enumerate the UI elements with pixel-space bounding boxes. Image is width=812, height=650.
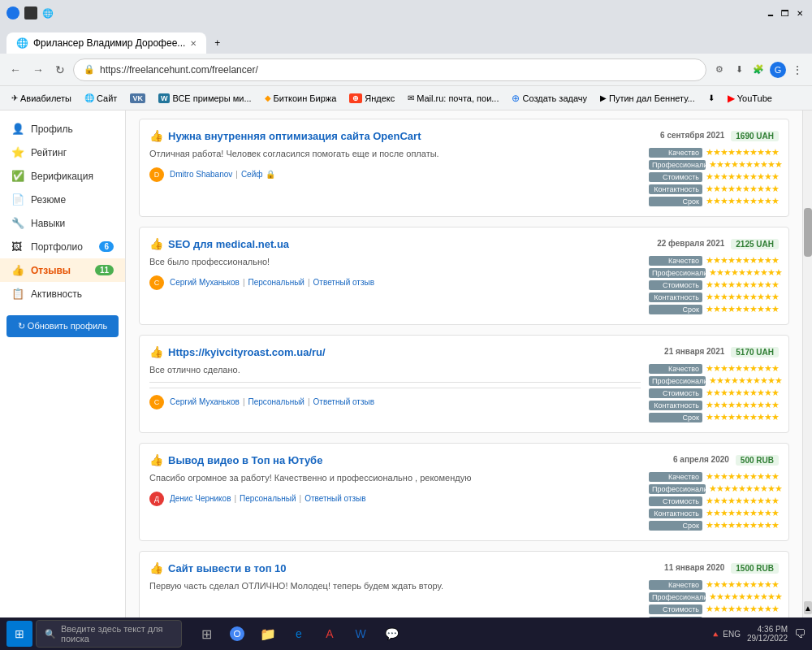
review-body: Отличная работа! Человек согласился помо…	[149, 147, 779, 206]
portfolio-icon: 🖼	[11, 240, 24, 253]
bookmark-label: Яндекс	[365, 93, 395, 103]
review-amount: 2125 UAH	[731, 239, 779, 249]
bookmark-download[interactable]: ⬇	[703, 92, 719, 104]
resume-icon: 📄	[11, 193, 24, 206]
reviewer-name[interactable]: Сергий Муханьков	[170, 397, 240, 406]
bookmark-label: Сайт	[97, 93, 117, 103]
rating-label-quality: Качество	[649, 148, 702, 158]
taskbar-app-messenger[interactable]: 💬	[377, 619, 406, 648]
reviewer-name[interactable]: Dmitro Shabanov	[170, 170, 232, 179]
scrollbar-thumb[interactable]	[804, 208, 812, 257]
review-amount: 500 RUB	[736, 455, 779, 466]
sidebar-item-skills[interactable]: 🔧 Навыки	[0, 211, 125, 235]
scroll-to-top-button[interactable]: ▲	[804, 601, 812, 614]
bitcoin-icon: ◆	[265, 93, 271, 102]
sidebar-item-verification[interactable]: ✅ Верификация	[0, 164, 125, 188]
browser-logo-2[interactable]	[24, 6, 37, 20]
active-tab[interactable]: 🌐 Фрилансер Владимир Дорофее... ✕	[6, 32, 206, 54]
start-button[interactable]: ⊞	[6, 621, 32, 647]
rating-label: Контактность	[649, 292, 702, 302]
bookmark-youtube[interactable]: ▶ YouTube	[723, 91, 777, 106]
taskbar-app-edge[interactable]: e	[284, 619, 313, 648]
notification-icon[interactable]: 🗨	[794, 627, 806, 640]
tab-favicon: 🌐	[16, 37, 28, 49]
sidebar-item-activity[interactable]: 📋 Активность	[0, 282, 125, 306]
safe-icon: 🔒	[266, 170, 275, 179]
sidebar-item-reviews[interactable]: 👍 Отзывы 11	[0, 258, 125, 282]
reply-link[interactable]: Ответный отзыв	[304, 494, 365, 503]
review-title-link[interactable]: Сайт вывести в топ 10	[168, 562, 287, 574]
review-text: Все отлично сделано.	[149, 363, 641, 388]
bookmark-aviabilety[interactable]: ✈ Авиабилеты	[6, 92, 76, 105]
taskbar-app-taskview[interactable]: ⊞	[192, 619, 221, 648]
review-title-link[interactable]: Вывод видео в Топ на Ютубе	[168, 454, 322, 466]
sidebar-item-rating[interactable]: ⭐ Рейтинг	[0, 141, 125, 164]
minimize-button[interactable]: 🗕	[765, 7, 776, 19]
reviewer-name[interactable]: Сергий Муханьков	[170, 278, 240, 287]
reviewer-avatar: С	[149, 275, 164, 290]
sidebar-item-resume[interactable]: 📄 Резюме	[0, 188, 125, 211]
review-title-link[interactable]: SEO для medical.net.ua	[168, 238, 289, 250]
back-button[interactable]: ←	[6, 60, 24, 80]
rating-rows: Качество ★★★★★★★★★★ Профессионализм ★★★★…	[649, 147, 779, 206]
profile-icon[interactable]: G	[770, 62, 786, 78]
bookmark-vk[interactable]: VK	[125, 92, 150, 105]
reviewer-avatar: Д	[149, 492, 164, 506]
review-date: 6 апреля 2020	[673, 455, 729, 466]
bookmark-putin[interactable]: ▶ Путин дал Беннету...	[595, 92, 700, 105]
refresh-button[interactable]: ↻	[52, 60, 68, 80]
bookmark-wp[interactable]: W ВСЕ примеры ми...	[153, 92, 257, 105]
update-profile-button[interactable]: ↻ Обновить профиль	[6, 315, 119, 337]
address-bar[interactable]: 🔒 https://freelancehunt.com/freelancer/	[73, 58, 706, 81]
review-title-link[interactable]: Нужна внутренняя оптимизация сайта OpenC…	[168, 130, 421, 142]
menu-icon[interactable]: ⋮	[789, 62, 806, 78]
bookmark-bitcoin[interactable]: ◆ Биткоин Биржа	[260, 92, 342, 105]
taskbar-search[interactable]: 🔍 Введите здесь текст для поиска	[36, 620, 182, 648]
sidebar-item-portfolio[interactable]: 🖼 Портфолио 6	[0, 235, 125, 258]
rating-label: Профессионализм	[649, 484, 706, 494]
sidebar-item-profile[interactable]: 👤 Профиль	[0, 117, 125, 141]
close-button[interactable]: ✕	[794, 7, 806, 19]
rating-label: Качество	[649, 472, 702, 482]
review-type: Персональный	[240, 494, 296, 503]
scrollbar[interactable]: ▲	[802, 110, 812, 618]
bookmark-create-task[interactable]: ⊕ Создать задачу	[507, 91, 592, 106]
aviabilety-icon: ✈	[11, 93, 18, 102]
reply-link[interactable]: Ответный отзыв	[313, 278, 374, 287]
taskbar-app-chrome[interactable]	[222, 619, 252, 648]
rating-stars: ★★★★★★★★★★	[706, 471, 779, 482]
taskbar-app-acrobat[interactable]: A	[315, 619, 344, 648]
puzzle-icon[interactable]: 🧩	[750, 62, 767, 78]
bookmark-sait[interactable]: 🌐 Сайт	[80, 92, 122, 105]
review-left: Спасибо огромное за работу! Качественно …	[149, 471, 641, 531]
sidebar-label-portfolio: Портфолио	[31, 241, 83, 253]
vk-icon: VK	[130, 93, 145, 103]
taskbar-app-word[interactable]: W	[346, 619, 375, 648]
review-text: Спасибо огромное за работу! Качественно …	[149, 471, 641, 485]
download-icon[interactable]: ⬇	[731, 62, 747, 78]
taskbar-app-files[interactable]: 📁	[253, 619, 283, 648]
browser-logo-1[interactable]	[6, 6, 19, 20]
tab-close-button[interactable]: ✕	[190, 39, 197, 48]
maximize-button[interactable]: 🗖	[780, 7, 791, 19]
review-footer: Д Денис Черников | Персональный | Ответн…	[149, 492, 641, 506]
activity-icon: 📋	[11, 288, 24, 300]
reply-link[interactable]: Ответный отзыв	[313, 397, 374, 406]
review-card: 👍 Вывод видео в Топ на Ютубе 6 апреля 20…	[139, 443, 789, 541]
extensions-icon[interactable]: ⚙	[711, 62, 728, 78]
profile-icon: 👤	[11, 123, 24, 135]
bookmark-mail[interactable]: ✉ Mail.ru: почта, пои...	[403, 92, 503, 105]
new-tab-button[interactable]: +	[206, 32, 228, 54]
rating-stars: ★★★★★★★★★★	[709, 483, 782, 494]
bookmark-yandex[interactable]: ⊕ Яндекс	[344, 92, 400, 105]
review-right: Качество ★★★★★★★★★★ Профессионализм ★★★★…	[649, 147, 779, 206]
reviewer-name[interactable]: Денис Черников	[170, 494, 231, 503]
sidebar-label-rating: Рейтинг	[31, 147, 67, 158]
review-left: Первую часть сделал ОТЛИЧНО! Молодец! те…	[149, 579, 641, 618]
sidebar-label-verification: Верификация	[31, 171, 93, 182]
forward-button[interactable]: →	[29, 60, 47, 80]
reviewer-avatar: С	[149, 395, 164, 410]
review-title-link[interactable]: Https://kyivcityroast.com.ua/ru/	[168, 346, 326, 358]
rating-label: Стоимость	[649, 280, 702, 290]
search-placeholder: Введите здесь текст для поиска	[61, 624, 173, 644]
